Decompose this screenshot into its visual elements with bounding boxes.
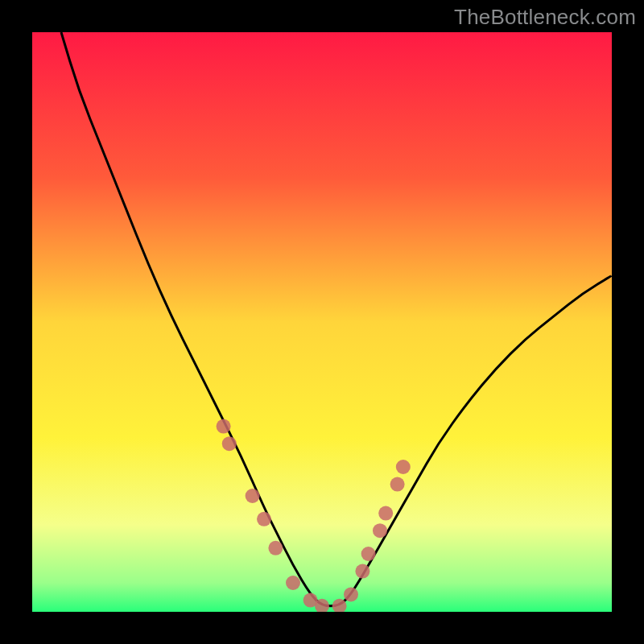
highlight-dot [222,436,237,451]
watermark-text: TheBottleneck.com [454,5,636,30]
chart-svg [32,32,612,612]
gradient-background [32,32,612,612]
highlight-dot [373,523,387,538]
highlight-dot [217,419,231,434]
highlight-dot [268,541,283,555]
highlight-dot [361,547,376,561]
highlight-dot [246,489,260,503]
highlight-dot [390,477,405,492]
highlight-dot [286,576,300,590]
highlight-dot [257,512,271,526]
highlight-dot [396,460,411,474]
chart-container: TheBottleneck.com [0,0,644,644]
highlight-dot [344,587,358,601]
highlight-dot [355,564,369,579]
highlight-dot [378,506,393,521]
